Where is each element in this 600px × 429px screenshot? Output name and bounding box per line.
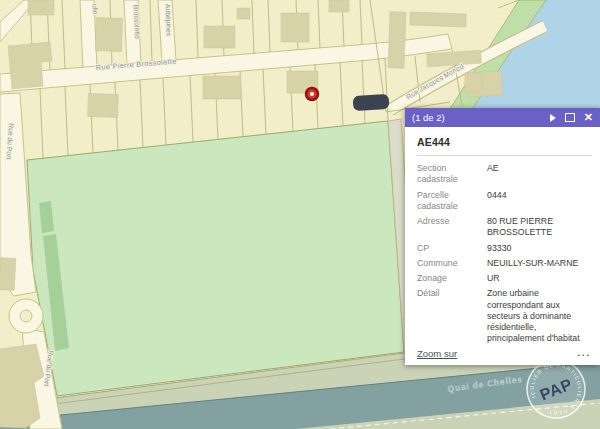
more-actions-button[interactable]: ...	[577, 348, 591, 358]
popup-title: AE444	[417, 133, 592, 156]
field-value: NEUILLY-SUR-MARNE	[487, 258, 592, 269]
close-icon[interactable]: ✕	[584, 112, 593, 123]
popup-body: AE444 Section cadastrale AE Parcelle cad…	[405, 127, 600, 343]
park-area	[27, 121, 404, 396]
attribute-row: Commune NEUILLY-SUR-MARNE	[417, 258, 592, 269]
field-value: 80 RUE PIERRE BROSSOLETTE	[487, 216, 592, 239]
field-value: UR	[487, 273, 592, 284]
field-label: Zonage	[417, 273, 487, 284]
roundabout-island	[20, 310, 32, 322]
attribute-row: Zonage UR	[417, 273, 592, 284]
label-moulin: ulin	[92, 4, 99, 15]
field-label: CP	[417, 243, 487, 254]
popup-pagination: (1 de 2)	[412, 112, 445, 123]
dark-building	[353, 94, 390, 111]
popup-header: (1 de 2) ✕	[405, 108, 600, 127]
attribute-row: Section cadastrale AE	[417, 163, 592, 186]
field-value: 0444	[487, 190, 592, 213]
parcel-marker[interactable]	[306, 88, 318, 100]
feature-popup: (1 de 2) ✕ AE444 Section cadastrale AE P…	[405, 108, 600, 365]
field-label: Commune	[417, 258, 487, 269]
attribute-table: Section cadastrale AE Parcelle cadastral…	[417, 163, 592, 343]
dock-icon[interactable]	[565, 113, 575, 122]
next-feature-icon[interactable]	[550, 114, 556, 122]
popup-footer: Zoom sur ...	[405, 343, 600, 365]
zoom-to-link[interactable]: Zoom sur	[417, 348, 457, 359]
field-value: 93330	[487, 243, 592, 254]
field-label: Détail	[417, 288, 487, 343]
attribute-row: Détail Zone urbaine correspondant aux se…	[417, 288, 592, 343]
field-label: Adresse	[417, 216, 487, 239]
attribute-row: CP 93330	[417, 243, 592, 254]
attribute-row: Parcelle cadastrale 0444	[417, 190, 592, 213]
field-label: Section cadastrale	[417, 163, 487, 186]
attribute-row: Adresse 80 RUE PIERRE BROSSOLETTE	[417, 216, 592, 239]
field-value: AE	[487, 163, 592, 186]
field-label: Parcelle cadastrale	[417, 190, 487, 213]
field-value: Zone urbaine correspondant aux secteurs …	[487, 288, 592, 343]
